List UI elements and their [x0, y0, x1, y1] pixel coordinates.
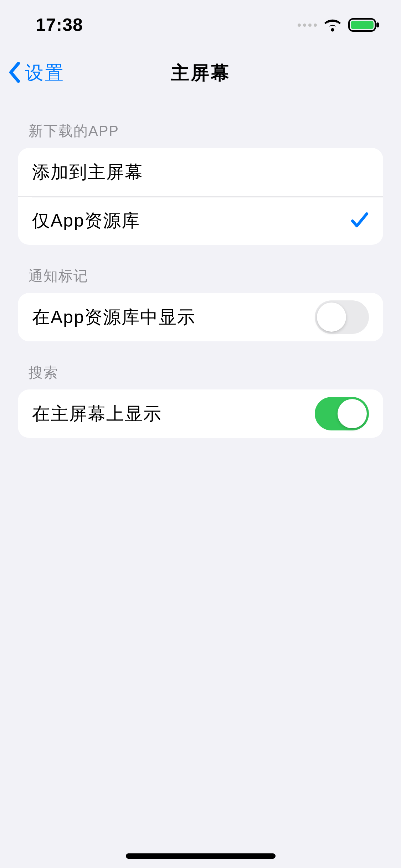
page-title: 主屏幕 — [0, 61, 401, 86]
navigation-bar: 设置 主屏幕 — [0, 50, 401, 96]
section-header-search: 搜索 — [18, 341, 383, 389]
svg-rect-1 — [351, 21, 374, 29]
home-indicator[interactable] — [126, 853, 276, 859]
wifi-icon — [323, 18, 342, 32]
section-header-new-apps: 新下载的APP — [18, 96, 383, 148]
switch-show-on-home[interactable] — [315, 397, 369, 430]
toggle-show-in-app-library: 在App资源库中显示 — [18, 293, 383, 341]
toggle-label: 在App资源库中显示 — [32, 305, 196, 329]
status-right — [298, 17, 380, 32]
content: 新下载的APP 添加到主屏幕 仅App资源库 通知标记 在App资源库中显示 搜… — [0, 96, 401, 438]
toggle-show-on-home: 在主屏幕上显示 — [18, 389, 383, 438]
section-header-badges: 通知标记 — [18, 245, 383, 293]
battery-icon — [348, 17, 380, 32]
check-icon — [350, 212, 369, 230]
sim-signal-dots-icon — [298, 24, 317, 27]
option-add-to-home[interactable]: 添加到主屏幕 — [18, 148, 383, 196]
status-bar: 17:38 — [0, 0, 401, 50]
group-new-apps: 添加到主屏幕 仅App资源库 — [18, 148, 383, 245]
toggle-label: 在主屏幕上显示 — [32, 402, 162, 426]
group-badges: 在App资源库中显示 — [18, 293, 383, 341]
switch-show-in-app-library[interactable] — [315, 300, 369, 334]
option-app-library-only[interactable]: 仅App资源库 — [18, 196, 383, 245]
status-time: 17:38 — [36, 15, 83, 35]
svg-rect-2 — [376, 22, 379, 27]
option-label: 添加到主屏幕 — [32, 160, 143, 184]
group-search: 在主屏幕上显示 — [18, 389, 383, 438]
option-label: 仅App资源库 — [32, 209, 140, 233]
